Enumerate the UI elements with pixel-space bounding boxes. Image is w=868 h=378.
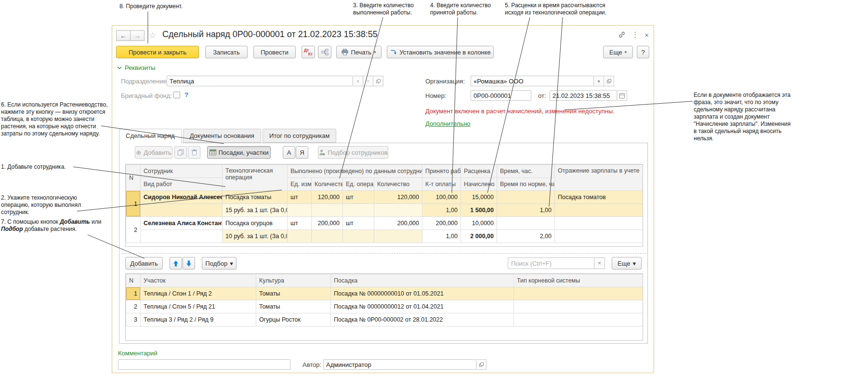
plot-cell[interactable]: Теплица 3 / Ряд 2 / Ряд 9 xyxy=(141,313,256,326)
culture-cell[interactable]: Томаты xyxy=(256,287,331,300)
col-payk[interactable]: К-т оплаты xyxy=(422,178,461,191)
add-planting-button[interactable]: Добавить xyxy=(125,257,163,270)
accrued-cell[interactable]: 1 500,00 xyxy=(461,204,497,217)
print-button[interactable]: Печать▾ xyxy=(336,46,381,58)
employee-cell[interactable]: Селезнева Алиса Константин... xyxy=(141,217,223,230)
planting-cell[interactable]: Посадка № 0Р00-000002 от 28.01.2022 xyxy=(331,313,514,326)
sort-asc-button[interactable]: А xyxy=(283,146,295,159)
list-item[interactable]: 1 Теплица / Спэн 1 / Ряд 2 Томаты Посадк… xyxy=(126,287,644,300)
payk-cell[interactable]: 1,00 xyxy=(422,204,461,217)
sub-cell[interactable] xyxy=(312,204,343,217)
col-plot[interactable]: Участок xyxy=(141,274,256,287)
department-input[interactable] xyxy=(167,76,353,86)
link-icon[interactable] xyxy=(618,31,626,39)
more-button-bottom[interactable]: Еще▾ xyxy=(612,257,642,270)
root-cell[interactable] xyxy=(514,313,644,326)
sub-cell[interactable] xyxy=(288,204,312,217)
set-column-value-button[interactable]: Установить значение в колонке xyxy=(387,46,494,58)
table-row[interactable]: 1 Сидоров Николай Алексеевич Посадка том… xyxy=(126,191,644,204)
sub-cell[interactable] xyxy=(374,230,422,243)
department-dropdown-icon[interactable]: ▾ xyxy=(353,76,363,86)
tab-piecework-order[interactable]: Сдельный наряд xyxy=(119,129,182,143)
number-input[interactable] xyxy=(471,90,531,101)
tab-employee-totals[interactable]: Итог по сотрудникам xyxy=(263,129,336,143)
post-and-close-button[interactable]: Провести и закрыть xyxy=(116,46,199,58)
employee-sub-cell[interactable] xyxy=(141,204,223,217)
author-input[interactable] xyxy=(323,359,476,370)
qty2-cell[interactable]: 120,000 xyxy=(374,191,422,204)
salary-cell[interactable]: Посадка томатов xyxy=(555,191,643,204)
row-number-cell[interactable]: 1 xyxy=(126,191,141,217)
add-employee-button[interactable]: ⊕ Добавить xyxy=(135,146,172,159)
accrued-cell[interactable]: 2 000,00 xyxy=(461,230,497,243)
rate-cell[interactable]: 15,0000 xyxy=(461,191,497,204)
col-planting[interactable]: Посадка xyxy=(331,274,514,287)
row-number-cell[interactable]: 1 xyxy=(126,287,141,300)
table-row-sub[interactable]: 15 руб. за 1 шт. (За 0,01 час.) 1,00 1 5… xyxy=(126,204,644,217)
sub-cell[interactable] xyxy=(312,230,343,243)
col-root-type[interactable]: Тип корневой системы xyxy=(514,274,644,287)
col-qty2[interactable]: Количество xyxy=(374,178,422,191)
tab-basis-documents[interactable]: Документы основания xyxy=(183,129,261,143)
organization-input[interactable] xyxy=(471,76,594,86)
sub-cell[interactable] xyxy=(288,230,312,243)
pick-employees-button[interactable]: Подбор сотрудников xyxy=(318,146,388,159)
list-item[interactable]: 3 Теплица 3 / Ряд 2 / Ряд 9 Огурцы Росто… xyxy=(126,313,644,326)
back-button[interactable]: ← xyxy=(116,30,131,41)
forward-button[interactable]: → xyxy=(130,30,145,41)
unit-cell[interactable]: шт xyxy=(288,191,312,204)
employee-cell[interactable]: Сидоров Николай Алексеевич xyxy=(141,191,223,204)
qty-cell[interactable]: 120,000 xyxy=(312,191,343,204)
table-row[interactable]: 2 Селезнева Алиса Константин... Посадка … xyxy=(126,217,644,230)
splitter-handle[interactable] xyxy=(121,253,646,254)
col-accepted[interactable]: Принято работ xyxy=(422,165,461,178)
search-clear-icon[interactable]: × xyxy=(594,257,605,269)
author-open-icon[interactable] xyxy=(476,359,487,370)
col-salary[interactable]: Отражение зарплаты в учете xyxy=(555,165,643,191)
brigade-fund-hint[interactable]: ? xyxy=(184,91,188,98)
qty-cell[interactable]: 200,000 xyxy=(312,217,343,230)
sub-cell[interactable] xyxy=(374,204,422,217)
root-cell[interactable] xyxy=(514,300,644,313)
search-input[interactable] xyxy=(508,257,594,269)
payk-cell[interactable]: 1,00 xyxy=(422,230,461,243)
salary-cell[interactable] xyxy=(555,217,643,230)
post-button[interactable]: Провести xyxy=(253,46,296,58)
col-employee[interactable]: Сотрудник xyxy=(141,165,223,178)
plantings-plots-button[interactable]: Посадки, участки xyxy=(207,146,271,159)
planting-cell[interactable]: Посадка № 00000000010 от 01.05.2021 xyxy=(331,287,514,300)
root-cell[interactable] xyxy=(514,287,644,300)
timenorm-cell[interactable]: 2,00 xyxy=(497,230,555,243)
col-unit[interactable]: Ед. изм. xyxy=(288,178,312,191)
worktype-cell[interactable]: 10 руб. за 1 шт. (За 0,01 час.) xyxy=(223,230,288,243)
col-n2[interactable]: N xyxy=(126,274,141,287)
col-techop[interactable]: Технологическая операция xyxy=(223,165,288,191)
col-culture[interactable]: Культура xyxy=(256,274,331,287)
time-cell[interactable] xyxy=(497,217,555,230)
table-row-sub[interactable]: 10 руб. за 1 шт. (За 0,01 час.) 1,00 2 0… xyxy=(126,230,644,243)
unit-cell[interactable]: шт xyxy=(288,217,312,230)
pick-planting-button[interactable]: Подбор▾ xyxy=(202,257,237,270)
close-icon[interactable]: × xyxy=(644,31,649,39)
timenorm-cell[interactable]: 1,00 xyxy=(497,204,555,217)
col-n[interactable]: N xyxy=(126,165,141,191)
row-number-cell[interactable]: 2 xyxy=(126,300,141,313)
more-button-top[interactable]: Еще▾ xyxy=(603,46,633,58)
col-qty[interactable]: Количество xyxy=(312,178,343,191)
planting-cell[interactable]: Посадка № 00000000012 от 01.04.2021 xyxy=(331,300,514,313)
additional-link[interactable]: Дополнительно xyxy=(425,120,471,127)
department-open-icon[interactable] xyxy=(373,76,383,86)
col-done-group[interactable]: Выполнено (произведено) по данным сотруд… xyxy=(288,165,422,178)
comment-input[interactable] xyxy=(118,359,290,370)
plot-cell[interactable]: Теплица / Спэн 1 / Ряд 2 xyxy=(141,287,256,300)
qty2-cell[interactable]: 200,000 xyxy=(374,217,422,230)
organization-dropdown-icon[interactable]: ▾ xyxy=(594,76,604,86)
opunit-cell[interactable]: шт xyxy=(343,217,374,230)
brigade-fund-checkbox[interactable] xyxy=(173,92,180,98)
requisites-toggle[interactable]: Реквизиты xyxy=(117,64,156,71)
col-time[interactable]: Время, час. xyxy=(497,165,555,178)
row-number-cell[interactable]: 2 xyxy=(126,217,141,243)
accepted-cell[interactable]: 100,000 xyxy=(422,191,461,204)
more-dots-icon[interactable]: ⋮ xyxy=(631,30,639,39)
dtkt-button[interactable]: ДтКт xyxy=(302,46,315,58)
